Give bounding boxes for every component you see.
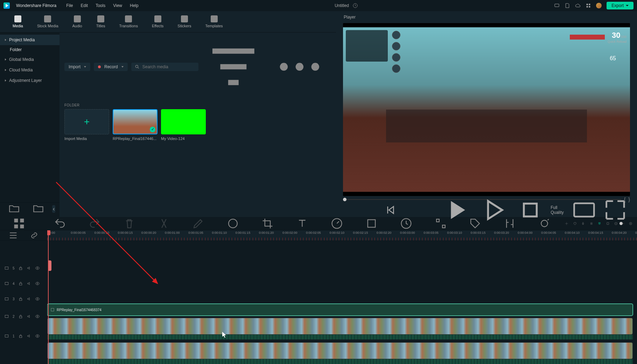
tab-media[interactable]: Media xyxy=(10,14,25,29)
tab-stock-media[interactable]: Stock Media xyxy=(35,14,61,29)
more-icon[interactable] xyxy=(268,35,331,98)
menu-file[interactable]: File xyxy=(66,3,73,8)
speed-icon[interactable] xyxy=(323,217,351,230)
import-dropdown[interactable]: Import xyxy=(64,63,90,71)
track-header-4[interactable]: 4 xyxy=(0,276,47,291)
crop-icon[interactable] xyxy=(253,217,282,230)
lock-icon[interactable] xyxy=(18,334,23,338)
mixer-icon[interactable] xyxy=(590,222,593,225)
tracks-icon[interactable] xyxy=(5,230,22,240)
lock-icon[interactable] xyxy=(18,296,23,301)
timeline-tracks[interactable]: 00:000:00:00:050:00:00:100:00:00:150:00:… xyxy=(47,230,637,364)
clock-icon[interactable] xyxy=(392,217,420,230)
import-media-tile[interactable] xyxy=(64,109,109,134)
split-icon[interactable] xyxy=(150,217,178,230)
tracking-icon[interactable] xyxy=(427,217,455,230)
search-box[interactable] xyxy=(131,63,198,71)
lock-icon[interactable] xyxy=(18,314,23,319)
timeline-clip-audio-1[interactable] xyxy=(47,359,633,364)
tab-audio[interactable]: Audio xyxy=(70,14,84,29)
avatar[interactable] xyxy=(596,3,602,8)
export-button[interactable]: Export xyxy=(607,2,634,9)
tab-effects[interactable]: Effects xyxy=(150,14,166,29)
visibility-icon[interactable] xyxy=(35,334,40,338)
layout-icon[interactable] xyxy=(5,217,33,230)
visibility-icon[interactable] xyxy=(35,281,40,286)
settings-icon[interactable] xyxy=(565,222,568,225)
apps-icon[interactable] xyxy=(586,3,591,8)
mark-out-icon[interactable]: } xyxy=(628,197,630,202)
menu-tools[interactable]: Tools xyxy=(96,3,105,8)
zoom-out-icon[interactable] xyxy=(614,222,618,225)
collapse-sidebar-button[interactable] xyxy=(52,205,55,213)
tab-templates[interactable]: Templates xyxy=(203,14,225,29)
zoom-slider[interactable] xyxy=(623,223,624,224)
undo-icon[interactable] xyxy=(46,217,74,230)
sidebar-global-media[interactable]: Global Media xyxy=(0,54,59,65)
prev-frame-icon[interactable] xyxy=(344,203,436,217)
tab-titles[interactable]: Titles xyxy=(94,14,107,29)
sidebar-project-media[interactable]: Project Media xyxy=(0,35,59,45)
filter-icon[interactable] xyxy=(202,35,265,98)
track-header-5[interactable]: 5 xyxy=(0,260,47,276)
sidebar-adjustment-layer[interactable]: Adjustment Layer xyxy=(0,75,59,86)
lock-icon[interactable] xyxy=(18,266,23,271)
save-icon[interactable] xyxy=(565,3,570,8)
mute-icon[interactable] xyxy=(27,281,31,286)
circle-icon[interactable] xyxy=(219,217,247,230)
magnet-icon[interactable] xyxy=(598,222,601,225)
zoom-in-icon[interactable] xyxy=(629,222,632,225)
track-header-2[interactable]: 2 xyxy=(0,307,47,326)
thumb-rpreplay[interactable]: RPReplay_Final167446... xyxy=(113,109,158,141)
thumb-myvideo[interactable]: My Video-124 xyxy=(161,109,206,141)
track-header-1[interactable]: 1 xyxy=(0,326,47,346)
timeline-clip-green[interactable]: RPReplay_Final1674468374 xyxy=(47,304,633,316)
playhead[interactable] xyxy=(48,230,49,364)
cloud-upload-icon[interactable] xyxy=(575,3,581,8)
redo-icon[interactable] xyxy=(80,217,109,230)
visibility-icon[interactable] xyxy=(35,314,40,319)
time-ruler[interactable]: 00:000:00:00:050:00:00:100:00:00:150:00:… xyxy=(47,230,637,241)
mute-icon[interactable] xyxy=(27,266,31,271)
delete-icon[interactable] xyxy=(115,217,144,230)
mute-icon[interactable] xyxy=(27,296,31,301)
mute-icon[interactable] xyxy=(27,334,31,338)
record-dropdown[interactable]: Record xyxy=(94,63,128,71)
text-icon[interactable] xyxy=(288,217,316,230)
edit-icon[interactable] xyxy=(184,217,212,230)
menu-edit[interactable]: Edit xyxy=(81,3,88,8)
mute-icon[interactable] xyxy=(27,314,31,319)
mic-icon[interactable] xyxy=(581,222,585,225)
display-icon[interactable] xyxy=(554,3,560,8)
shield-icon[interactable] xyxy=(573,222,577,225)
visibility-icon[interactable] xyxy=(35,266,40,271)
marker-icon[interactable] xyxy=(606,222,610,225)
color-icon[interactable] xyxy=(357,217,386,230)
sidebar-folder[interactable]: Folder xyxy=(0,45,59,54)
menu-help[interactable]: Help xyxy=(130,3,139,8)
track-header-3[interactable]: 3 xyxy=(0,291,47,307)
folder-icon[interactable] xyxy=(28,203,48,215)
scrubber-handle[interactable] xyxy=(343,198,346,201)
timeline-clip-video-1[interactable] xyxy=(47,342,633,359)
enhance-icon[interactable] xyxy=(530,217,559,230)
player-view[interactable]: 30/150 Quick Reload 65 xyxy=(343,23,630,196)
sidebar-cloud-media[interactable]: Cloud Media xyxy=(0,65,59,75)
timeline-clip-audio-2[interactable] xyxy=(47,335,633,340)
menu-view[interactable]: View xyxy=(113,3,122,8)
tab-stickers[interactable]: Stickers xyxy=(175,14,193,29)
cloud-sync-icon[interactable] xyxy=(352,3,358,8)
quality-dropdown[interactable]: Full Quality xyxy=(551,205,566,215)
timeline-clip-video-2[interactable] xyxy=(47,318,633,335)
media-thumb-1[interactable] xyxy=(113,109,158,134)
new-folder-icon[interactable] xyxy=(4,203,24,215)
adjust-icon[interactable] xyxy=(496,217,524,230)
visibility-icon[interactable] xyxy=(35,296,40,301)
search-input[interactable] xyxy=(142,64,195,69)
link-icon[interactable] xyxy=(26,230,43,240)
thumb-import[interactable]: Import Media xyxy=(64,109,109,141)
tab-transitions[interactable]: Transitions xyxy=(117,14,140,29)
media-thumb-2[interactable] xyxy=(161,109,206,134)
lock-icon[interactable] xyxy=(18,281,23,286)
tag-icon[interactable] xyxy=(461,217,489,230)
